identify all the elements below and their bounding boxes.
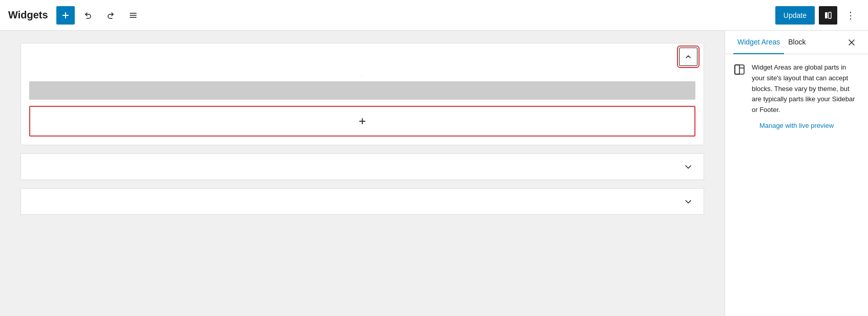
widget-search-bar	[29, 81, 695, 100]
page-title: Widgets	[8, 9, 48, 21]
widget-panel-1: · +	[20, 43, 704, 145]
plus-icon	[61, 11, 70, 19]
main-layout: · + Widget Areas Blo	[0, 31, 868, 316]
widget-panel-1-header	[21, 43, 704, 70]
view-toggle-icon	[823, 11, 833, 20]
redo-icon	[106, 11, 115, 20]
sidebar-description: Widget Areas are global parts in your si…	[752, 62, 860, 116]
add-block-area[interactable]: +	[29, 106, 695, 137]
widget-panel-3	[20, 188, 704, 215]
toolbar: Widgets Update ⋮	[0, 0, 868, 31]
sidebar-content: Widget Areas are global parts in your si…	[725, 54, 868, 138]
plus-label: +	[358, 115, 366, 127]
undo-button[interactable]	[79, 6, 97, 25]
widget-area-icon	[733, 63, 746, 76]
list-icon	[129, 11, 138, 20]
add-block-button[interactable]	[56, 6, 75, 25]
chevron-down-icon-3	[685, 198, 692, 205]
svg-rect-5	[825, 12, 828, 18]
tab-widget-areas[interactable]: Widget Areas	[733, 31, 784, 54]
expand-button-2[interactable]	[679, 157, 697, 176]
svg-rect-6	[829, 12, 831, 18]
expand-button-3[interactable]	[679, 192, 697, 211]
collapse-button-1[interactable]	[679, 48, 697, 66]
list-view-button[interactable]	[124, 6, 142, 25]
redo-button[interactable]	[101, 6, 120, 25]
view-toggle-button[interactable]	[819, 6, 837, 25]
widget-panel-1-dot: ·	[21, 70, 704, 81]
sidebar-info: Widget Areas are global parts in your si…	[733, 62, 860, 116]
tab-block[interactable]: Block	[784, 31, 810, 54]
svg-rect-10	[735, 65, 739, 74]
live-preview-link[interactable]: Manage with live preview	[733, 122, 860, 129]
chevron-up-icon	[685, 54, 691, 60]
chevron-down-icon-2	[685, 163, 692, 170]
content-area: · +	[0, 31, 725, 316]
update-button[interactable]: Update	[775, 6, 815, 25]
sidebar-tabs: Widget Areas Block	[725, 31, 868, 54]
sidebar-panel: Widget Areas Block Widget Areas are glob…	[725, 31, 868, 316]
more-options-button[interactable]: ⋮	[841, 6, 860, 25]
close-icon	[848, 38, 856, 47]
close-sidebar-button[interactable]	[843, 34, 860, 51]
undo-icon	[83, 11, 93, 20]
widget-panel-2	[20, 153, 704, 180]
